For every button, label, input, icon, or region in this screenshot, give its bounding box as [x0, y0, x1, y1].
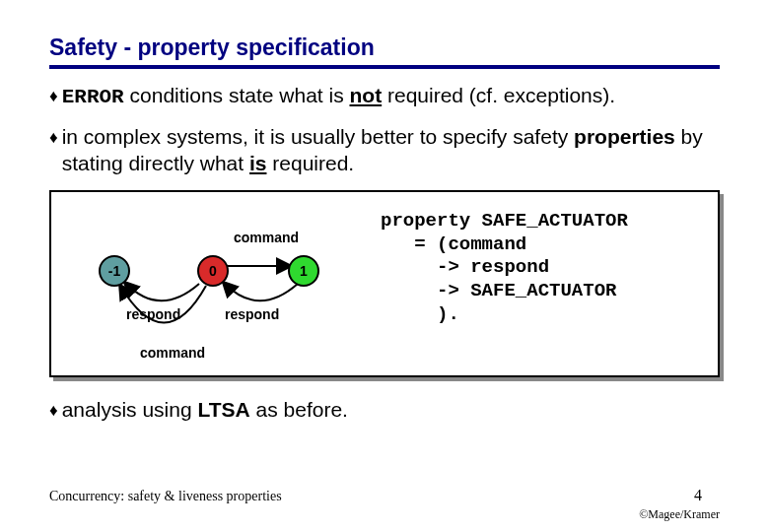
state-graph: -1 0 1 command respond respond command	[51, 192, 357, 375]
copyright: ©Magee/Kramer	[639, 507, 720, 522]
bullet-3: ♦ analysis using LTSA as before.	[49, 397, 720, 423]
bullet-2-text: in complex systems, it is usually better…	[62, 124, 720, 176]
diamond-icon: ♦	[49, 127, 58, 148]
bullet-1-tail: required (cf. exceptions).	[382, 84, 615, 106]
bullet-1: ♦ ERROR conditions state what is not req…	[49, 83, 720, 110]
bullet-1-mid: conditions state what is	[124, 84, 350, 106]
state-zero: 0	[197, 255, 229, 287]
code-l2: = (command	[381, 233, 526, 255]
page-number: 4	[694, 487, 702, 504]
label-respond-mid: respond	[225, 306, 279, 322]
label-command-bottom: command	[140, 345, 205, 361]
bullet-3-text: analysis using LTSA as before.	[62, 397, 720, 423]
bullet-3-pre: analysis using	[62, 398, 198, 421]
not-emphasis: not	[350, 84, 383, 106]
state-one: 1	[288, 255, 319, 287]
ltsa-emphasis: LTSA	[197, 398, 249, 421]
diamond-icon: ♦	[49, 86, 58, 106]
label-command-top: command	[234, 230, 299, 245]
bullet-2-tail: required.	[266, 152, 354, 174]
slide-title: Safety - property specification	[49, 34, 720, 61]
diagram-box: -1 0 1 command respond respond command p…	[49, 190, 720, 377]
title-underline	[49, 65, 720, 69]
state-neg1: -1	[99, 255, 130, 287]
code-l5: ).	[381, 303, 459, 325]
is-emphasis: is	[249, 152, 267, 174]
code-l4: -> SAFE_ACTUATOR	[381, 280, 616, 301]
code-block: property SAFE_ACTUATOR = (command -> res…	[357, 192, 718, 375]
diamond-icon: ♦	[49, 400, 58, 421]
label-respond-left: respond	[126, 306, 180, 322]
bullet-2: ♦ in complex systems, it is usually bett…	[49, 124, 720, 176]
bullet-3-tail: as before.	[250, 398, 348, 421]
footer-text: Concurrency: safety & liveness propertie…	[49, 489, 282, 504]
code-l1: property SAFE_ACTUATOR	[381, 210, 628, 232]
properties-emphasis: properties	[574, 125, 675, 148]
bullet-1-text: ERROR conditions state what is not requi…	[62, 83, 720, 110]
error-keyword: ERROR	[62, 86, 124, 108]
code-l3: -> respond	[381, 256, 549, 278]
bullet-2-pre: in complex systems, it is usually better…	[62, 125, 574, 148]
